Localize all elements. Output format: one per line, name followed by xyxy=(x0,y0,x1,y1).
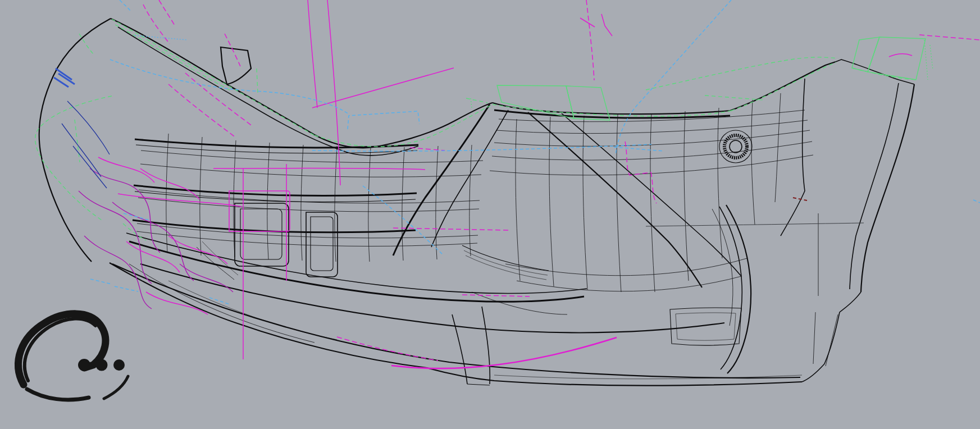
parking-sensor xyxy=(719,130,752,163)
watermark-logo xyxy=(19,314,128,400)
mesh-fills xyxy=(37,19,914,390)
hood-reference-curves-green xyxy=(35,19,933,240)
wheel-arch xyxy=(646,205,864,373)
wireframe-render xyxy=(0,0,980,429)
logo-dot xyxy=(78,359,90,371)
bumper-wireframe xyxy=(37,19,914,390)
panel-lines-bold xyxy=(39,19,914,386)
cad-viewport[interactable] xyxy=(0,0,980,429)
construction-curves-cyan xyxy=(90,0,980,304)
panel-lines-thin xyxy=(129,93,838,379)
construction-curves-magenta xyxy=(79,0,980,368)
logo-dot xyxy=(96,359,108,371)
logo-dot xyxy=(113,359,125,371)
headlight-slot-blue xyxy=(54,69,110,188)
